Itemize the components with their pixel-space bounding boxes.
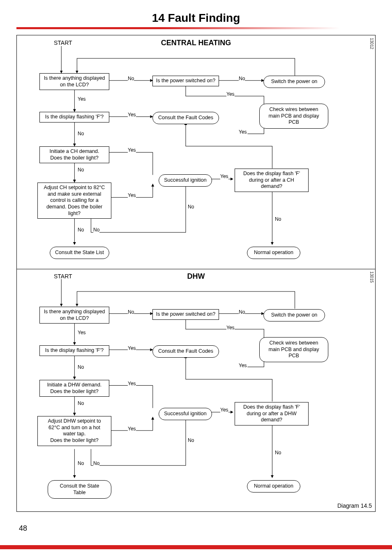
ch-normal: Normal operation — [247, 247, 300, 259]
lbl: No — [275, 450, 281, 456]
dhw-wires: Check wires betweenmain PCB and displayP… — [259, 337, 328, 362]
lbl: No — [78, 131, 84, 136]
lbl: Yes — [128, 147, 136, 153]
page-number: 48 — [19, 524, 376, 533]
lbl: No — [78, 167, 84, 173]
ch-lcd-box: Is there anything displayedon the LCD? — [39, 73, 109, 90]
ch-start: START — [54, 39, 72, 46]
ch-success: Successful ignition — [159, 174, 212, 187]
dhw-flash2-box: Does the display flash 'F'during or afte… — [235, 402, 309, 426]
dhw-id: 13015 — [369, 271, 374, 283]
lbl: No — [128, 309, 134, 315]
lbl: No — [239, 76, 245, 81]
lbl: No — [78, 364, 84, 370]
lbl: Yes — [128, 112, 136, 118]
dhw-success: Successful ignition — [159, 408, 212, 420]
lbl: No — [78, 227, 84, 233]
footer-bar — [0, 545, 392, 549]
lbl: No — [93, 227, 99, 233]
lbl: No — [188, 204, 194, 210]
lbl: No — [239, 309, 245, 315]
lbl: Yes — [128, 381, 136, 386]
heading-rule — [16, 27, 376, 29]
ch-power-box: Is the power switched on? — [152, 76, 219, 86]
ch-flash2-box: Does the display flash 'F'during or afte… — [235, 169, 309, 192]
dhw-start: START — [54, 273, 72, 280]
lbl: Yes — [220, 173, 228, 179]
dhw-power-box: Is the power switched on? — [152, 309, 219, 320]
dhw-state: Consult the State Table — [48, 480, 111, 499]
ch-title: CENTRAL HEATING — [161, 39, 231, 47]
lbl: No — [188, 437, 194, 443]
lbl: No — [78, 400, 84, 406]
ch-state: Consult the State List — [50, 247, 109, 259]
ch-initiate-box: Initiate a CH demand.Does the boiler lig… — [39, 146, 109, 163]
dhw-initiate-box: Initiate a DHW demand.Does the boiler li… — [39, 380, 109, 397]
lbl: Yes — [78, 96, 86, 102]
dhw-flashF-box: Is the display flashing 'F'? — [39, 345, 109, 356]
dhw-adjust-box: Adjust DHW setpoint to62°C and turn on a… — [37, 416, 111, 446]
ch-id: 13012 — [369, 38, 374, 49]
lbl: Yes — [220, 407, 228, 413]
diagram-ref: Diagram 14.5 — [337, 502, 372, 509]
lbl: Yes — [78, 330, 86, 335]
dhw-title: DHW — [187, 272, 205, 281]
lbl: Yes — [128, 192, 136, 198]
ch-wires: Check wires betweenmain PCB and displayP… — [259, 104, 328, 129]
lbl: Yes — [128, 345, 136, 351]
lbl: Yes — [239, 129, 247, 135]
flowchart-frame: CENTRAL HEATING START 13012 — [16, 35, 376, 512]
page-title: 14 Fault Finding — [16, 12, 376, 25]
ch-flashF-box: Is the display flashing 'F'? — [39, 112, 109, 123]
lbl: No — [78, 460, 84, 466]
lbl: Yes — [128, 426, 136, 432]
section-divider — [17, 269, 375, 269]
lbl: Yes — [226, 91, 235, 97]
ch-switchon: Switch the power on — [263, 76, 325, 88]
lbl: No — [275, 216, 281, 222]
lbl: No — [93, 460, 99, 466]
lbl: Yes — [226, 325, 235, 331]
dhw-normal: Normal operation — [247, 480, 300, 493]
lbl: No — [128, 76, 134, 81]
dhw-lcd-box: Is there anything displayedon the LCD? — [39, 307, 109, 324]
dhw-switchon: Switch the power on — [263, 309, 325, 321]
dhw-fault: Consult the Fault Codes — [152, 345, 219, 358]
ch-fault: Consult the Fault Codes — [152, 112, 219, 124]
lbl: Yes — [239, 363, 247, 368]
ch-adjust-box: Adjust CH setpoint to 82°Cand make sure … — [37, 183, 111, 219]
